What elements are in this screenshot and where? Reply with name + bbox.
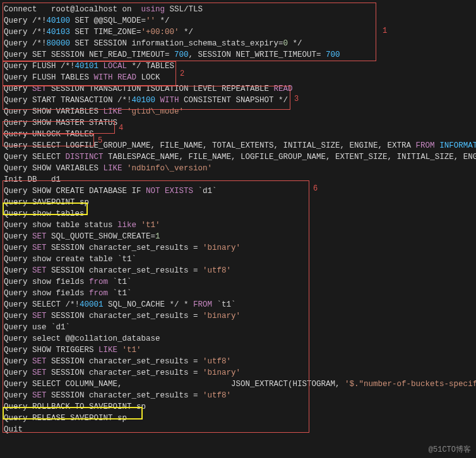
log-line: Query SELECT DISTINCT TABLESPACE_NAME, F…	[4, 151, 472, 163]
log-line: Query SET SESSION character_set_results …	[4, 265, 472, 276]
log-line: Query /*!40103 SET TIME_ZONE='+00:00' */	[4, 26, 472, 38]
log-line: Query SET SQL_QUOTE_SHOW_CREATE=1	[4, 231, 472, 242]
log-line: Query show fields from `t1`	[4, 288, 472, 299]
sql-log: Connect root@localhost on using SSL/TLSQ…	[4, 4, 472, 435]
log-line: Query UNLOCK TABLES	[4, 129, 472, 140]
log-line: Query RELEASE SAVEPOINT sp	[4, 413, 472, 424]
log-line: Quit	[4, 424, 472, 435]
log-line: Query /*!40100 SET @@SQL_MODE='' */	[4, 15, 472, 26]
log-line: Query SHOW VARIABLES LIKE 'gtid\_mode'	[4, 106, 472, 117]
log-line: Query SELECT LOGFILE_GROUP_NAME, FILE_NA…	[4, 140, 472, 151]
log-line: Query ROLLBACK TO SAVEPOINT sp	[4, 401, 472, 413]
log-line: Connect root@localhost on using SSL/TLS	[4, 4, 472, 15]
log-line: Query SELECT /*!40001 SQL_NO_CACHE */ * …	[4, 299, 472, 310]
log-line: Query SET SESSION TRANSACTION ISOLATION …	[4, 83, 472, 95]
log-line: Query SHOW CREATE DATABASE IF NOT EXISTS…	[4, 185, 472, 197]
log-line: Query SET SESSION character_set_results …	[4, 310, 472, 322]
log-line: Query SET SESSION character_set_results …	[4, 367, 472, 379]
log-line: Query SHOW TRIGGERS LIKE 't1'	[4, 344, 472, 356]
log-line: Query SET SESSION character_set_results …	[4, 242, 472, 254]
log-line: Query SET SESSION NET_READ_TIMEOUT= 700,…	[4, 49, 472, 61]
log-line: Query select @@collation_database	[4, 333, 472, 344]
log-line: Query /*!80000 SET SESSION information_s…	[4, 38, 472, 49]
log-line: Query FLUSH /*!40101 LOCAL */ TABLES	[4, 61, 472, 72]
log-line: Query SET SESSION character_set_results …	[4, 390, 472, 401]
log-line: Query SET SESSION character_set_results …	[4, 356, 472, 367]
log-line: Init DB d1	[4, 174, 472, 185]
log-line: Query FLUSH TABLES WITH READ LOCK	[4, 72, 472, 83]
log-line: Query show fields from `t1`	[4, 276, 472, 288]
log-line: Query START TRANSACTION /*!40100 WITH CO…	[4, 95, 472, 106]
log-line: Query show table status like 't1'	[4, 220, 472, 231]
log-line: Query show create table `t1`	[4, 254, 472, 265]
log-line: Query SAVEPOINT sp	[4, 197, 472, 208]
log-line: Query SHOW MASTER STATUS	[4, 117, 472, 129]
log-line: Query SELECT COLUMN_NAME, JSON_EXTRACT(H…	[4, 379, 472, 390]
log-line: Query SHOW VARIABLES LIKE 'ndbinfo\_vers…	[4, 163, 472, 174]
log-line: Query use `d1`	[4, 322, 472, 333]
log-line: Query show tables	[4, 208, 472, 220]
